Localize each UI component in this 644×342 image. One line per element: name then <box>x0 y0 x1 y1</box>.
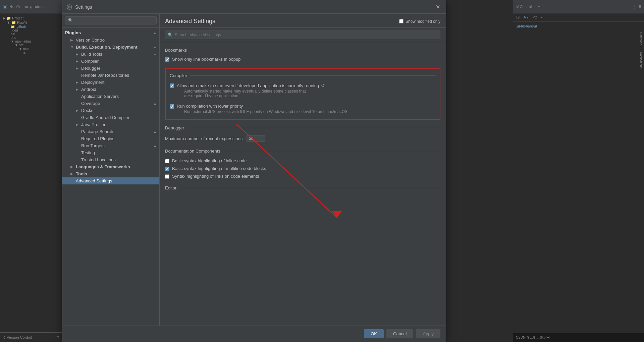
sidebar-search-input[interactable] <box>65 16 157 24</box>
ide-left-panel: ◉ RuoYi · ruoyi-admin ▶ 📁 Project ▼ 📁 Ru… <box>0 0 62 342</box>
show-modified-wrapper: Show modified only <box>399 19 440 24</box>
syntax-links-label[interactable]: Syntax highlighting of links on code ele… <box>172 174 259 179</box>
sidebar-tree: Plugins ▲ ▶ Version Control ▼ Build, Exe… <box>62 27 159 326</box>
show-line-bookmarks-checkbox[interactable] <box>165 57 169 62</box>
version-control-label: Version Control <box>7 335 32 339</box>
compiler-section-wrapper: Compiler Allow auto-make to start even i… <box>165 68 440 120</box>
coverage-icon: ▲ <box>153 102 157 105</box>
search-icon: 🔍 <box>168 33 173 37</box>
apply-button[interactable]: Apply <box>416 329 440 338</box>
documentation-section: Documentation Components Basic syntax hi… <box>165 149 440 180</box>
build-expand-icon[interactable]: ▲ <box>153 45 157 49</box>
svg-point-0 <box>67 5 72 9</box>
main-content-area: Advanced Settings Show modified only 🔍 B… <box>160 14 446 326</box>
dialog-footer: OK Cancel Apply <box>62 326 446 342</box>
editor-section-title: Editor <box>165 185 440 190</box>
sidebar-item-build-execution[interactable]: ▼ Build, Execution, Deployment ▲ <box>62 44 159 51</box>
sidebar-item-languages-frameworks[interactable]: ▶ Languages & Frameworks <box>62 163 159 170</box>
sidebar-item-gradle-android[interactable]: Gradle-Android Compiler <box>62 114 159 121</box>
ide-right-panel: s1Controller. ▾ ⋮ ⊞ 12A 7✓2▾ .at/thymele… <box>513 0 644 342</box>
allow-auto-make-desc: Automatically started make may eventuall… <box>184 89 325 98</box>
sidebar-item-version-control[interactable]: ▶ Version Control <box>62 37 159 44</box>
setting-show-line-bookmarks: Show only line bookmarks in popup <box>165 55 440 63</box>
basic-syntax-inline-label[interactable]: Basic syntax highlighting of inline code <box>172 158 247 163</box>
sidebar-item-remote-jar[interactable]: Remote Jar Repositories <box>62 72 159 79</box>
run-targets-icon: ▲ <box>153 144 157 148</box>
sidebar-item-compiler[interactable]: ▶ Compiler <box>62 58 159 65</box>
run-compilation-checkbox[interactable] <box>170 104 174 109</box>
sidebar-item-run-targets[interactable]: Run Targets ▲ <box>62 142 159 149</box>
dialog-title: Settings <box>75 4 92 10</box>
cancel-button[interactable]: Cancel <box>386 329 413 338</box>
search-bar-area: 🔍 <box>160 28 446 42</box>
sidebar-item-tools[interactable]: ▶ Tools <box>62 170 159 177</box>
package-search-icon: ▲ <box>153 130 157 133</box>
settings-sidebar: Plugins ▲ ▶ Version Control ▼ Build, Exe… <box>62 14 160 326</box>
compiler-highlighted-section: Compiler Allow auto-make to start even i… <box>165 68 440 120</box>
build-tools-collapse-icon: ▲ <box>153 52 157 56</box>
show-modified-checkbox[interactable] <box>399 19 404 23</box>
main-header: Advanced Settings Show modified only <box>160 14 446 28</box>
sidebar-plugins-header[interactable]: Plugins ▲ <box>62 29 159 37</box>
basic-syntax-multiline-label[interactable]: Basic syntax highlighting of multiline c… <box>172 166 266 171</box>
sidebar-item-coverage[interactable]: Coverage ▲ <box>62 100 159 107</box>
setting-max-recent-expressions: Maximum number of recent expressions: <box>165 134 440 143</box>
allow-auto-make-label[interactable]: Allow auto-make to start even if develop… <box>177 83 319 88</box>
expand-arrow: ▶ <box>70 38 76 42</box>
sidebar-item-debugger[interactable]: ▶ Debugger <box>62 65 159 72</box>
documentation-section-title: Documentation Components <box>165 149 440 154</box>
plugins-label: Plugins <box>65 30 81 35</box>
show-line-bookmarks-label[interactable]: Show only line bookmarks in popup <box>172 57 241 62</box>
ok-button[interactable]: OK <box>364 329 384 338</box>
content-scroll-area: Bookmarks Show only line bookmarks in po… <box>160 42 446 326</box>
compiler-section-title: Compiler <box>170 73 436 78</box>
syntax-links-checkbox[interactable] <box>165 174 169 179</box>
setting-allow-auto-make: Allow auto-make to start even if develop… <box>170 81 436 100</box>
sidebar-item-application-servers[interactable]: Application Servers <box>62 93 159 100</box>
basic-syntax-multiline-checkbox[interactable] <box>165 167 169 171</box>
dialog-body: Plugins ▲ ▶ Version Control ▼ Build, Exe… <box>62 14 446 326</box>
sidebar-item-android[interactable]: ▶ Android <box>62 86 159 93</box>
run-compilation-label[interactable]: Run compilation with lower priority <box>177 104 243 109</box>
allow-auto-make-checkbox[interactable] <box>170 83 174 88</box>
show-modified-label[interactable]: Show modified only <box>406 19 440 24</box>
ide-project-tree: ▶ 📁 Project ▼ 📁 RuoYi 📁 .github .idea bi… <box>0 13 62 57</box>
max-recent-input[interactable] <box>247 135 265 142</box>
ide-project-label: RuoYi · ruoyi-admin <box>9 4 45 9</box>
sidebar-item-build-tools[interactable]: ▶ Build Tools ▲ <box>62 51 159 58</box>
setting-syntax-links: Syntax highlighting of links on code ele… <box>165 172 440 180</box>
sidebar-item-package-search[interactable]: Package Search ▲ <box>62 128 159 135</box>
reset-icon[interactable]: ↺ <box>321 83 325 88</box>
sidebar-item-testing[interactable]: Testing <box>62 149 159 156</box>
settings-dialog-icon <box>66 4 72 10</box>
editor-section: Editor <box>165 185 440 190</box>
sidebar-item-advanced-settings[interactable]: Advanced Settings <box>62 177 159 184</box>
collapse-icon[interactable]: ▲ <box>153 31 157 35</box>
ide-logo: ◉ <box>3 3 7 10</box>
page-title: Advanced Settings <box>165 18 215 25</box>
settings-search-input[interactable] <box>165 31 440 39</box>
bookmarks-section-label: Bookmarks <box>165 48 440 53</box>
setting-basic-syntax-inline: Basic syntax highlighting of inline code <box>165 157 440 165</box>
max-recent-label: Maximum number of recent expressions: <box>165 136 244 141</box>
basic-syntax-inline-checkbox[interactable] <box>165 159 169 163</box>
setting-run-compilation: Run compilation with lower priority Run … <box>170 102 436 115</box>
dialog-close-button[interactable]: ✕ <box>434 3 442 11</box>
sidebar-item-docker[interactable]: ▶ Docker <box>62 107 159 114</box>
svg-point-1 <box>69 6 70 8</box>
debugger-section-title: Debugger <box>165 125 440 130</box>
sidebar-item-deployment[interactable]: ▶ Deployment <box>62 79 159 86</box>
version-control-bar[interactable]: ⑆ Version Control ? <box>0 332 62 342</box>
setting-basic-syntax-multiline: Basic syntax highlighting of multiline c… <box>165 165 440 172</box>
settings-dialog: Settings ✕ Plugins ▲ ▶ Version Control <box>62 0 446 342</box>
sidebar-item-required-plugins[interactable]: Required Plugins <box>62 135 159 142</box>
sidebar-search-area <box>62 14 159 27</box>
dialog-titlebar: Settings ✕ <box>62 0 446 14</box>
sidebar-item-trusted-locations[interactable]: Trusted Locations <box>62 156 159 163</box>
run-compilation-desc: Run external JPS process with IDLE prior… <box>184 109 347 114</box>
sidebar-item-java-profiler[interactable]: ▶ Java Profiler <box>62 121 159 128</box>
debugger-section: Debugger Maximum number of recent expres… <box>165 125 440 143</box>
